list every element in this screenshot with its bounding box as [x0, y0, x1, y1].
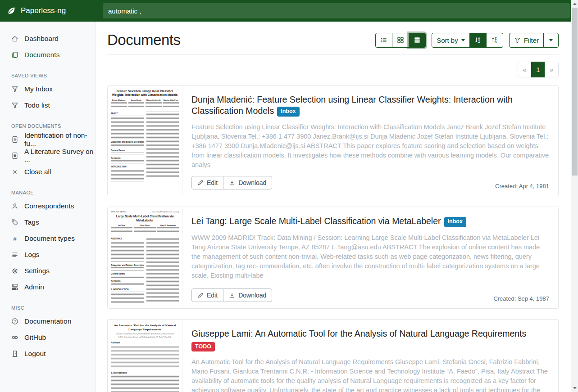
- funnel-icon: [514, 37, 521, 44]
- sidebar-section-manage: MANAGE: [0, 190, 96, 195]
- tag-badge[interactable]: Inbox: [444, 217, 466, 227]
- sidebar-item-label: Todo list: [24, 101, 50, 109]
- sidebar-section-saved-views: SAVED VIEWS: [0, 73, 96, 78]
- thumb-section-heading: General Terms: [111, 149, 144, 152]
- hash-icon: #: [11, 235, 18, 242]
- sidebar-item-label: Documents: [24, 51, 59, 59]
- sidebar-item-open-doc-1[interactable]: Identification of non-fu...: [0, 131, 96, 148]
- toggles-icon: [11, 284, 18, 291]
- document-title: Lei Tang: Large Scale Multi-Label Classi…: [191, 216, 549, 227]
- triangle-down-icon: [573, 387, 577, 389]
- thumb-section-heading: ABSTRACT: [111, 238, 144, 240]
- thumb-author: Giuseppe Lami, Stefania Gnesi, Fabrizio …: [111, 333, 179, 335]
- pagination-page-1[interactable]: 1: [531, 62, 545, 77]
- svg-text:Z: Z: [478, 40, 480, 43]
- thumb-section-heading: Keywords: [111, 157, 144, 159]
- document-title-link[interactable]: Dunja Mladenić: Feature Selection using …: [191, 95, 513, 116]
- document-title-link[interactable]: Lei Tang: Large Scale Multi-Label Classi…: [191, 216, 441, 226]
- document-thumbnail[interactable]: An Automatic Tool for the Analysis of Na…: [108, 320, 182, 392]
- sidebar-item-open-doc-2[interactable]: A Literature Survey on ...: [0, 148, 96, 164]
- document-title-link[interactable]: Giuseppe Lami: An Automatic Tool for the…: [191, 329, 526, 338]
- download-button[interactable]: Download: [223, 176, 272, 189]
- sort-ascending-button[interactable]: ZA: [486, 33, 503, 48]
- pagination-next-button[interactable]: »: [545, 62, 559, 77]
- thumb-section-heading: General Terms: [111, 273, 144, 275]
- document-title: Giuseppe Lami: An Automatic Tool for the…: [191, 328, 549, 339]
- thumb-author: Vijay K. Narayanan: [157, 224, 179, 226]
- sidebar-item-logout[interactable]: Logout: [0, 346, 96, 362]
- sidebar-item-documentation[interactable]: ? Documentation: [0, 313, 96, 329]
- list-view-icon: [380, 36, 387, 44]
- scrollbar-up-arrow[interactable]: [571, 0, 578, 7]
- thumb-section-heading: 1. Introduction: [111, 371, 179, 374]
- sidebar-item-dashboard[interactable]: Dashboard: [0, 31, 96, 47]
- page-title: Documents: [107, 32, 180, 49]
- leaf-logo-icon: [6, 6, 16, 16]
- file-text-icon: [11, 136, 18, 143]
- sidebar-item-label: Admin: [24, 283, 44, 291]
- toolbar: Sort by AZ ZA Filter: [375, 33, 559, 48]
- sidebar-item-label: Documentation: [24, 317, 71, 325]
- document-thumbnail[interactable]: WWW 2009 MADRID! Track: Data Mining / Se…: [108, 207, 182, 308]
- sort-by-label: Sort by: [437, 36, 458, 44]
- door-icon: [11, 350, 18, 357]
- grid-view-icon: [397, 36, 404, 44]
- svg-text:?: ?: [14, 319, 16, 324]
- sidebar-item-settings[interactable]: Settings: [0, 263, 96, 279]
- edit-button[interactable]: Edit: [191, 176, 223, 189]
- sidebar-item-document-types[interactable]: # Document types: [0, 230, 96, 247]
- link-icon: [11, 334, 18, 341]
- tag-badge[interactable]: Inbox: [277, 107, 299, 117]
- card-actions: Edit Download: [191, 288, 272, 302]
- sidebar-item-documents[interactable]: Documents: [0, 47, 96, 63]
- triangle-up-icon: [573, 3, 577, 5]
- svg-text:A: A: [478, 37, 480, 40]
- sidebar-item-label: Close all: [24, 168, 51, 176]
- filter-button[interactable]: Filter: [509, 33, 544, 48]
- thumb-author: Lei Tang: [111, 224, 132, 226]
- funnel-icon: [11, 102, 18, 109]
- details-view-button[interactable]: [409, 33, 426, 48]
- sidebar-item-label: Document types: [24, 234, 75, 243]
- thumb-paper-title: Feature Selection using Linear Classifie…: [111, 90, 179, 97]
- sidebar-item-todo-list[interactable]: Todo list: [0, 97, 96, 113]
- edit-button[interactable]: Edit: [191, 288, 223, 302]
- view-toggle-group: [375, 33, 426, 48]
- sidebar-item-label: Tags: [24, 218, 39, 226]
- list-view-button[interactable]: [375, 33, 392, 48]
- pagination-prev-button[interactable]: «: [518, 62, 532, 77]
- document-title: Dunja Mladenić: Feature Selection using …: [191, 94, 549, 117]
- sidebar-item-label: Correspondents: [24, 202, 74, 210]
- sidebar-item-close-all[interactable]: Close all: [0, 164, 96, 180]
- created-date: Created: Sep 4, 1987: [493, 295, 549, 302]
- download-button[interactable]: Download: [223, 288, 272, 302]
- tag-badge[interactable]: TODO: [191, 342, 215, 351]
- app-brand[interactable]: Paperless-ng: [0, 0, 96, 22]
- svg-text:#: #: [13, 235, 17, 242]
- scrollbar-thumb[interactable]: [572, 8, 578, 176]
- thumb-paper-title: An Automatic Tool for the Analysis of Na…: [111, 324, 179, 332]
- document-list: Feature Selection using Linear Classifie…: [107, 85, 559, 392]
- sidebar-item-admin[interactable]: Admin: [0, 279, 96, 295]
- grid-view-button[interactable]: [392, 33, 409, 48]
- scrollbar-down-arrow[interactable]: [571, 385, 578, 392]
- sidebar-item-correspondents[interactable]: Correspondents: [0, 198, 96, 214]
- sidebar-item-my-inbox[interactable]: My Inbox: [0, 81, 96, 97]
- sort-descending-button[interactable]: AZ: [469, 33, 487, 48]
- search-input[interactable]: [103, 3, 570, 18]
- sidebar-item-github[interactable]: GitHub: [0, 329, 96, 346]
- vertical-scrollbar: [571, 0, 578, 392]
- filter-dropdown-button[interactable]: [543, 33, 559, 48]
- document-excerpt: An Automatic Tool for the Analysis of Na…: [191, 357, 549, 392]
- sidebar-item-logs[interactable]: Logs: [0, 247, 96, 263]
- sidebar-item-tags[interactable]: Tags: [0, 214, 96, 230]
- svg-text:A: A: [494, 40, 496, 43]
- sidebar-item-label: A Literature Survey on ...: [24, 148, 96, 164]
- documents-icon: [11, 51, 18, 59]
- document-thumbnail[interactable]: Feature Selection using Linear Classifie…: [108, 86, 182, 196]
- sort-by-dropdown[interactable]: Sort by: [432, 33, 470, 48]
- sort-alpha-up-icon: ZA: [491, 36, 498, 44]
- thumb-section-heading: Categories and Subject Descriptors: [111, 264, 144, 266]
- thumb-section-heading: 1. INTRODUCTION: [111, 288, 144, 291]
- tag-icon: [11, 219, 18, 226]
